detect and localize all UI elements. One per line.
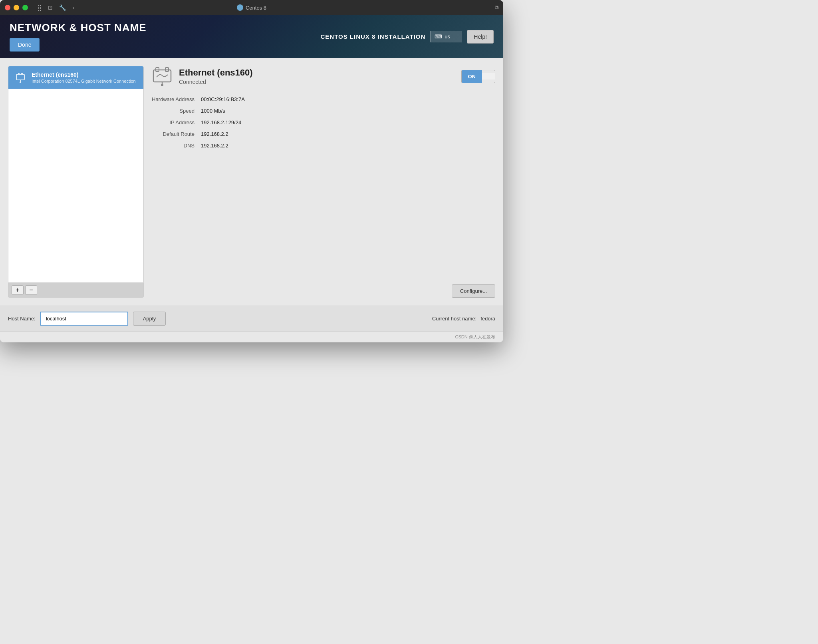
- keyboard-locale-selector[interactable]: ⌨ us: [430, 31, 462, 42]
- apply-button[interactable]: Apply: [133, 312, 166, 326]
- svg-point-4: [20, 81, 21, 83]
- forward-icon: ›: [72, 4, 74, 11]
- maximize-button[interactable]: [22, 5, 28, 10]
- panel-icon: ⣿: [38, 4, 42, 11]
- dns-value: 192.168.2.2: [201, 143, 495, 149]
- hardware-address-label: Hardware Address: [152, 96, 195, 102]
- detail-spacer: [152, 157, 495, 284]
- device-name: Ethernet (ens160): [179, 68, 253, 78]
- item-title: Ethernet (ens160): [32, 72, 136, 78]
- hostname-bar: Host Name: Apply Current host name: fedo…: [0, 306, 503, 331]
- wrench-icon: 🔧: [59, 4, 66, 11]
- hardware-address-value: 00:0C:29:16:B3:7A: [201, 96, 495, 102]
- list-toolbar: + −: [8, 283, 144, 298]
- add-network-button[interactable]: +: [12, 285, 24, 295]
- main-content: Ethernet (ens160) Intel Corporation 8257…: [0, 58, 503, 306]
- toggle-off-label[interactable]: [482, 73, 495, 80]
- default-route-value: 192.168.2.2: [201, 131, 495, 137]
- device-info-grid: Hardware Address 00:0C:29:16:B3:7A Speed…: [152, 96, 495, 149]
- done-button[interactable]: Done: [10, 38, 40, 52]
- ethernet-icon: [14, 71, 27, 84]
- configure-section: Configure...: [152, 284, 495, 298]
- device-info: Ethernet (ens160) Connected: [179, 68, 253, 85]
- hostname-input[interactable]: [40, 312, 128, 326]
- ip-address-label: IP Address: [152, 119, 195, 125]
- svg-point-9: [161, 84, 163, 86]
- toolbar-icons: ⣿ ⊡ 🔧 ›: [38, 4, 74, 11]
- keyboard-icon: ⌨: [435, 34, 442, 40]
- toggle-on-label[interactable]: ON: [462, 70, 482, 83]
- svg-rect-1: [18, 73, 20, 75]
- titlebar: ⣿ ⊡ 🔧 › Centos 8 ⧉: [0, 0, 503, 15]
- remove-network-button[interactable]: −: [25, 285, 37, 295]
- app-header: NETWORK & HOST NAME Done CENTOS LINUX 8 …: [0, 15, 503, 58]
- locale-value: us: [445, 34, 450, 40]
- minimize-button[interactable]: [14, 5, 19, 10]
- ip-address-value: 192.168.2.129/24: [201, 119, 495, 125]
- display-icon: ⊡: [48, 4, 53, 11]
- close-button[interactable]: [5, 5, 10, 10]
- device-icon: [152, 66, 173, 87]
- centos-logo-icon: [237, 4, 243, 11]
- help-button[interactable]: Help!: [467, 30, 494, 44]
- window-resize-icon: ⧉: [495, 4, 498, 11]
- hostname-label: Host Name:: [8, 316, 36, 322]
- device-header: Ethernet (ens160) Connected ON: [152, 66, 495, 87]
- connection-toggle[interactable]: ON: [461, 70, 496, 83]
- default-route-label: Default Route: [152, 131, 195, 137]
- window-title-text: Centos 8: [246, 5, 266, 11]
- header-right: CENTOS LINUX 8 INSTALLATION ⌨ us Help!: [320, 30, 494, 44]
- left-panel: Ethernet (ens160) Intel Corporation 8257…: [8, 66, 144, 298]
- speed-value: 1000 Mb/s: [201, 108, 495, 114]
- install-title: CENTOS LINUX 8 INSTALLATION: [320, 33, 425, 40]
- svg-rect-2: [21, 73, 23, 75]
- item-subtitle: Intel Corporation 82574L Gigabit Network…: [32, 79, 136, 83]
- current-hostname-value: fedora: [480, 316, 495, 322]
- dns-label: DNS: [152, 143, 195, 149]
- window-title: Centos 8: [237, 4, 266, 11]
- device-status: Connected: [179, 79, 253, 85]
- window-right-controls: ⧉: [495, 4, 498, 11]
- speed-label: Speed: [152, 108, 195, 114]
- page-title: NETWORK & HOST NAME: [10, 22, 147, 34]
- configure-button[interactable]: Configure...: [452, 284, 495, 298]
- svg-rect-0: [16, 74, 24, 80]
- right-panel: Ethernet (ens160) Connected ON Hardware …: [152, 66, 495, 298]
- footer-text: CSDN @人人在发布: [455, 334, 495, 339]
- header-left: NETWORK & HOST NAME Done: [10, 22, 147, 52]
- current-hostname-label: Current host name:: [432, 316, 477, 322]
- footer: CSDN @人人在发布: [0, 331, 503, 342]
- item-info: Ethernet (ens160) Intel Corporation 8257…: [32, 72, 136, 83]
- window-controls[interactable]: [5, 5, 28, 10]
- network-list: Ethernet (ens160) Intel Corporation 8257…: [8, 66, 144, 283]
- current-hostname-section: Current host name: fedora: [432, 316, 495, 322]
- network-item[interactable]: Ethernet (ens160) Intel Corporation 8257…: [8, 66, 143, 89]
